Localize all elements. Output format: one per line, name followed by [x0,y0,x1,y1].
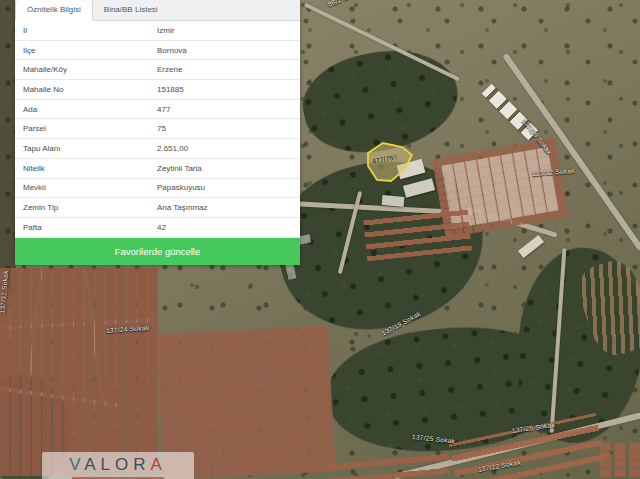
white-building [518,235,544,258]
row-value: Zeytinli Tarla [157,164,300,173]
table-row: Parsel75 [15,119,300,139]
attribute-table: İlİzmir İlçeBornova Mahalle/KöyErzene Ma… [15,21,300,238]
table-row: Mahalle/KöyErzene [15,60,300,80]
row-value: 477 [157,105,300,114]
table-row: İlçeBornova [15,41,300,61]
row-label: İl [15,26,157,35]
street-label: 113/12 Sokak [532,167,575,177]
row-value: İzmir [157,26,300,35]
update-favorites-button[interactable]: Favorilerde güncelle [15,238,300,265]
row-value: Bornova [157,46,300,55]
valora-logo-text: VALORA [69,455,167,474]
row-label: Tapu Alanı [15,144,157,153]
row-value: 75 [157,124,300,133]
table-row: MevkiiPapaskuyusu [15,179,300,199]
table-row: NitelikZeytinli Tarla [15,159,300,179]
row-value: Ana Taşınmaz [157,203,300,212]
row-label: Pafta [15,223,157,232]
table-row: Tapu Alanı2.651,00 [15,139,300,159]
row-value: Papaskuyusu [157,183,300,192]
table-row: Ada477 [15,100,300,120]
table-row: İlİzmir [15,21,300,41]
row-label: Nitelik [15,164,157,173]
row-label: Mahalle/Köy [15,65,157,74]
row-label: Mahalle No [15,85,157,94]
tab-oznitelik-bilgisi[interactable]: Öznitelik Bilgisi [15,0,93,21]
apartment-rows [329,450,451,479]
valora-watermark: VALORA [42,452,194,479]
street-label: 86/2 Sokak [327,0,363,8]
white-building [382,195,405,207]
map-terrain-shadow [0,0,16,295]
row-label: Zemin Tip [15,203,157,212]
table-row: Zemin TipAna Taşınmaz [15,198,300,218]
row-label: Ada [15,105,157,114]
tab-bina-bb-listesi[interactable]: Bina/BB Listesi [93,0,169,20]
row-value: 151885 [157,85,300,94]
table-row: Pafta42 [15,218,300,238]
row-label: İlçe [15,46,157,55]
app-window: 477/75 86/2 Sokak 137/29 Sokak 113/12 So… [0,0,640,479]
panel-tabbar: Öznitelik Bilgisi Bina/BB Listesi [15,0,300,21]
row-value: 2.651,00 [157,144,300,153]
row-label: Mevkii [15,183,157,192]
residential-cluster [600,443,640,477]
table-row: Mahalle No151885 [15,80,300,100]
row-value: Erzene [157,65,300,74]
row-label: Parsel [15,124,157,133]
parcel-info-panel: Öznitelik Bilgisi Bina/BB Listesi İlİzmi… [15,0,300,265]
highlighted-parcel[interactable] [360,138,420,188]
row-value: 42 [157,223,300,232]
residential-cluster [0,268,158,476]
